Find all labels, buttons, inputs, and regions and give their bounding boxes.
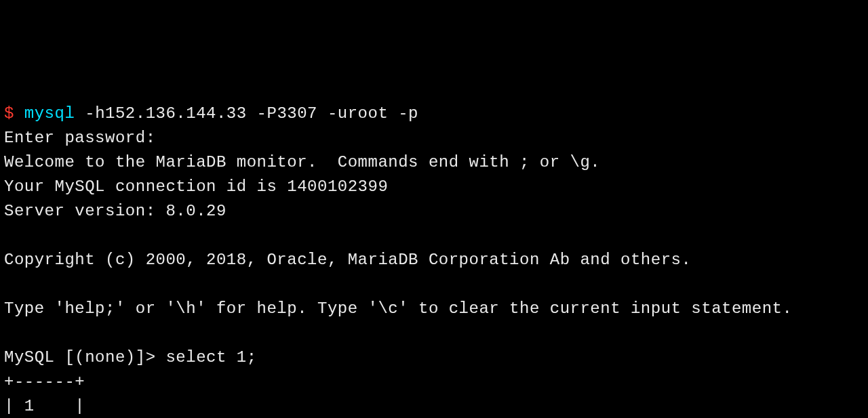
shell-prompt: $ [4,104,14,123]
mysql-prompt: MySQL [(none)]> [4,348,165,367]
server-version-line: Server version: 8.0.29 [4,202,226,220]
sql-query: select 1; [165,348,256,367]
enter-password-line: Enter password: [4,129,156,147]
welcome-line: Welcome to the MariaDB monitor. Commands… [4,153,600,171]
command-args: -h152.136.144.33 -P3307 -uroot -p [75,104,418,123]
command-name: mysql [24,104,75,123]
table-header-row: | 1 | [4,397,85,415]
terminal-output[interactable]: $ mysql -h152.136.144.33 -P3307 -uroot -… [4,102,864,418]
copyright-line: Copyright (c) 2000, 2018, Oracle, MariaD… [4,251,691,269]
table-border-top: +------+ [4,373,85,391]
help-line: Type 'help;' or '\h' for help. Type '\c'… [4,299,792,318]
connection-id-line: Your MySQL connection id is 1400102399 [4,177,388,196]
